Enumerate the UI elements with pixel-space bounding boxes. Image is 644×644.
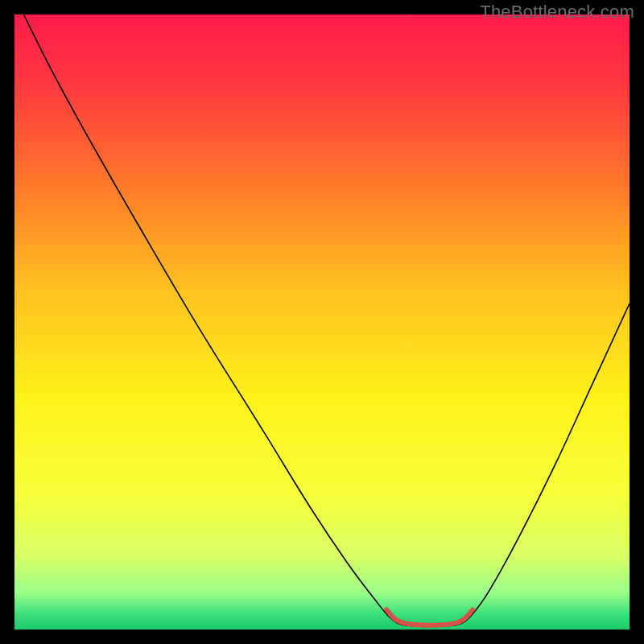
chart-frame [14,14,630,630]
gradient-background [14,14,630,630]
chart-svg [14,14,630,630]
watermark-text: TheBottleneck.com [480,2,634,23]
